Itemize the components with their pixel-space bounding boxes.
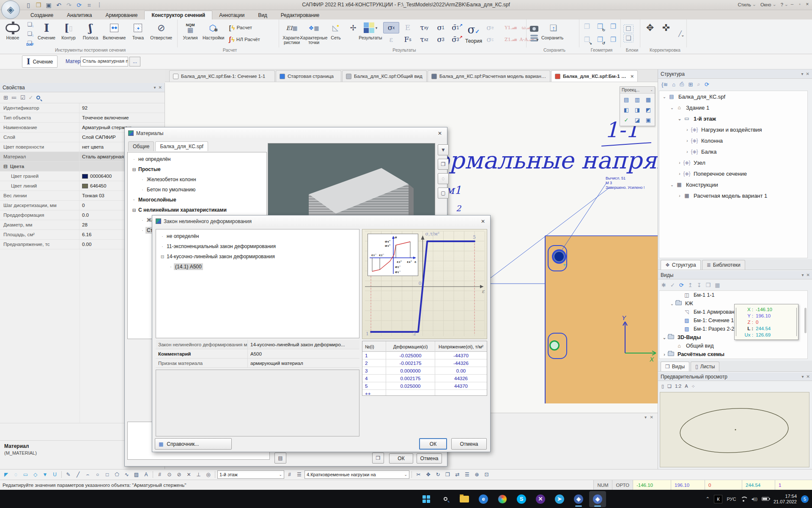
tree-item-не определён[interactable]: ·не определён (156, 231, 359, 241)
doc-tab-4[interactable]: Балка_для_КС.spf:Расчетная модель вариан… (428, 70, 550, 82)
close-icon[interactable]: ✕ (806, 72, 809, 76)
line-edit-icon[interactable]: ╱⌄ (675, 29, 685, 38)
up-icon[interactable]: ↥ (688, 282, 693, 288)
geometry-tool-3[interactable]: ❐ (607, 21, 619, 33)
ribbon-button-Характе- ристики[interactable]: EI▦Характе- ристики (281, 20, 303, 47)
ribbon-button-Новое[interactable]: Новое (2, 20, 24, 47)
update-model-icon[interactable]: ⟳ (74, 1, 84, 9)
ribbon-button-Включение[interactable]: ◆◆Включение (102, 20, 127, 47)
taskbar-icon-start[interactable] (418, 491, 435, 507)
help-menu[interactable]: ? (781, 2, 783, 7)
categorize-icon[interactable]: ⊞ (3, 94, 8, 101)
geometry-tool-4[interactable]: ❐↘ (581, 34, 593, 46)
maximize-button[interactable]: ▫ (797, 2, 803, 7)
toolbar-int-icon[interactable]: ✕ (184, 471, 193, 479)
toolbar-rotate-icon[interactable]: ↻ (433, 471, 442, 479)
paste-include-icon[interactable]: ❏↓ (25, 29, 35, 38)
toolbar-tan-icon[interactable]: ◎ (204, 471, 213, 479)
table-row[interactable]: 50.02500044370 (362, 382, 487, 390)
law-ok-button[interactable]: ОК (419, 438, 447, 450)
table-row[interactable]: 1-0.025000-44370 (362, 352, 487, 359)
ribbon-tab-Аналитика[interactable]: Аналитика (60, 11, 99, 19)
taskbar-icon-search[interactable] (437, 491, 454, 507)
window-menu-item[interactable]: Окно (760, 2, 771, 7)
ribbon-button-save[interactable]: ❏↑Сохранить (540, 20, 565, 47)
ribbon-tab-Редактирование[interactable]: Редактирование (274, 11, 326, 19)
taskbar-icon-edge[interactable]: e (475, 491, 492, 507)
table-row[interactable]: 40.00217544326 (362, 375, 487, 382)
export-icon[interactable]: ⎙ (680, 81, 684, 88)
toolbar-lasso-icon[interactable]: ◌ (11, 471, 20, 479)
geometry-tool-6[interactable]: ❐ (607, 34, 619, 46)
new-view-icon[interactable]: ▦ (715, 282, 720, 288)
result-symbol-σc[interactable]: σc (482, 34, 498, 45)
chart-icon-Y1[interactable]: Y1▁▃▅ (502, 22, 518, 33)
panel-tab-Листы[interactable]: ▯Листы (691, 362, 719, 371)
gear-icon[interactable]: ✱ (661, 282, 666, 288)
scrollbar[interactable] (804, 308, 807, 333)
result-symbol-σe[interactable]: σe (482, 22, 498, 33)
toolbar-filter-icon[interactable]: ▼ (41, 471, 49, 479)
law-prop-row[interactable]: Закон нелинейного деформирования м...14-… (156, 340, 359, 349)
storey-combo[interactable]: 1-й этаж⌄ (217, 470, 284, 479)
more-icon[interactable]: ⁞ (95, 1, 104, 9)
toolbar-hatch-icon[interactable]: ▨ (132, 471, 141, 479)
save-icon[interactable]: ▣ (44, 1, 53, 9)
paste-section-icon[interactable]: ❏↓ (25, 20, 35, 28)
pin-icon[interactable]: ▾ (802, 273, 804, 277)
tree-item-Общий вид[interactable]: ⌂Общий вид (659, 342, 807, 350)
close-icon[interactable]: ✕ (807, 374, 810, 379)
close-icon[interactable]: ✕ (436, 130, 444, 136)
tree-item-Бм-1 1-1[interactable]: ◫Бм-1 1-1 (659, 291, 807, 299)
table-row[interactable]: 30.0000000.00 (362, 367, 487, 375)
ribbon-button-Характерные точки[interactable]: ❖▦Характерные точки (303, 20, 325, 47)
database-icon[interactable]: ▾ (529, 34, 539, 42)
new-folder-icon[interactable]: ❒ (706, 282, 711, 288)
materials-tab-Балка_для_КС.spf[interactable]: Балка_для_КС.spf (155, 141, 208, 151)
tree-item-Простые[interactable]: ⊟Простые (128, 164, 266, 174)
ribbon-button-Контур[interactable]: [▯Контур (58, 20, 80, 47)
ribbon-button-Результаты[interactable]: ▾Результаты (359, 20, 381, 47)
ribbon-tab-Создание[interactable]: Создание (24, 11, 60, 19)
toolbar-circle-icon[interactable]: ○ (93, 471, 102, 479)
check-icon[interactable]: ✓ (670, 282, 675, 288)
law-prop-row[interactable]: КомментарийА500 (156, 349, 359, 359)
result-symbol-σ̄3[interactable]: σ̄3↗ (449, 34, 465, 45)
projection-view-icon-7[interactable]: ✓ (621, 115, 632, 125)
law-cancel-button[interactable]: Отмена (451, 438, 487, 450)
checklist-icon[interactable]: ☑ (20, 94, 25, 101)
result-symbol-τxy[interactable]: τxy (416, 22, 432, 33)
toolbar-rect-select-icon[interactable]: ▭ (21, 471, 30, 479)
projection-view-icon-3[interactable]: ▦ (643, 94, 654, 105)
close-icon[interactable]: ✕ (159, 85, 162, 90)
tree-item-Балка[interactable]: ›{◈}Балка (659, 146, 807, 157)
toolbar-props-icon[interactable]: ☰ (295, 471, 304, 479)
tree-item-Железобетон колонн[interactable]: ·Железобетон колонн (128, 174, 266, 185)
ribbon-button-Точка[interactable]: ✦Точка (127, 20, 149, 47)
refresh-icon[interactable]: ⟳ (705, 81, 709, 88)
property-value[interactable]: Точечное включение (80, 115, 165, 120)
toolbar-magnet-icon[interactable]: U (50, 471, 59, 479)
language-indicator[interactable]: РУС (727, 497, 736, 502)
materials-dialog-titlebar[interactable]: Материалы ✕ (125, 127, 447, 139)
open-folder-button[interactable]: ❒ (372, 453, 384, 464)
panel-tab-Структура[interactable]: ❖Структура (661, 260, 701, 270)
ribbon-button-Настройки[interactable]: ⬡✱Настройки (201, 20, 226, 47)
geometry-tool-5[interactable]: ❐↺ (594, 34, 606, 46)
toolbar-grid-icon[interactable]: # (285, 471, 294, 479)
tree-item-Бетон по умолчанию[interactable]: ·Бетон по умолчанию (128, 185, 266, 195)
result-symbol-E[interactable]: E (400, 22, 416, 33)
block-ungroup-icon[interactable]: ❏ (623, 34, 634, 42)
taskbar-icon-code[interactable]: ✕ (532, 491, 549, 507)
loadcase-combo[interactable]: 4.Кратковременные нагрузки на⌄ (304, 470, 409, 479)
projection-view-icon-5[interactable]: ◨ (632, 105, 643, 115)
result-symbol-σx[interactable]: σx (383, 22, 399, 33)
section-button[interactable]: I Сечение (22, 55, 58, 68)
tree-item-Конструкции[interactable]: ⌄▦Конструкции (659, 179, 807, 190)
tree-item-14-кусочно-линейный закон деформирования[interactable]: ⊟14-кусочно-линейный закон деформировани… (156, 251, 359, 262)
add-model-icon[interactable]: ⊞ (689, 81, 693, 88)
move-node-icon[interactable]: ✥ (642, 20, 658, 47)
toolbar-line-icon[interactable]: ╱ (74, 471, 82, 479)
tree-item-Узел[interactable]: ›{◈}Узел (659, 157, 807, 168)
toolbar-select-icon[interactable]: ◤ (2, 471, 11, 479)
